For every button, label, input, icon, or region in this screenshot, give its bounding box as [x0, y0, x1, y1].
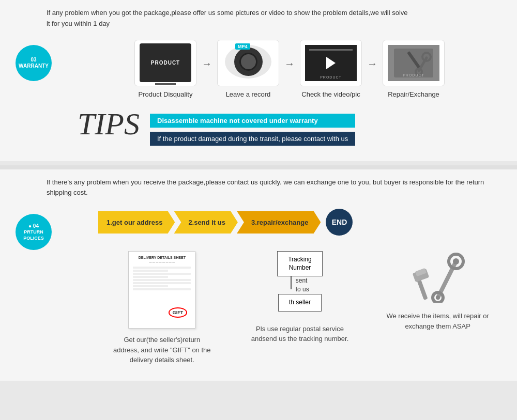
bottom-cards: DELIVERY DETAILS SHEET — — — — — — — — — [98, 251, 501, 365]
sheet-line-7 — [133, 285, 168, 287]
delivery-sheet-visual: DELIVERY DETAILS SHEET — — — — — — — — — [128, 251, 195, 329]
return-section: If there's any problem when you receive … — [0, 169, 517, 381]
flow-item-video: PRODUCT Check the video/pic — [300, 40, 362, 98]
tips-title: TIPS — [78, 108, 140, 139]
sheet-line-5 — [133, 279, 191, 281]
warranty-content: 03 WARRANTY PRODUCT Product Disquality → — [16, 40, 501, 146]
delivery-sheet: DELIVERY DETAILS SHEET — — — — — — — — — [128, 251, 195, 329]
tips-section: TIPS Disassemble machine not covered und… — [78, 108, 501, 146]
video-icon-box: PRODUCT — [300, 40, 362, 86]
sheet-line-3 — [133, 273, 191, 275]
play-button-icon — [326, 57, 336, 69]
tips-notes: Disassemble machine not covered under wa… — [150, 114, 355, 146]
return-content: ● 04 PRTURN POLICES 1.get our address 2.… — [16, 209, 501, 365]
card-delivery: DELIVERY DETAILS SHEET — — — — — — — — — [110, 251, 214, 365]
sheet-lines — [133, 267, 191, 290]
mp4-badge: MP4 — [235, 43, 250, 50]
card-tracking-text: Pls use regular postal service andsend u… — [248, 324, 352, 344]
video-label: PRODUCT — [320, 75, 342, 79]
warranty-badge: 03 WARRANTY — [16, 45, 52, 81]
step-2: 2.send it us — [174, 211, 238, 234]
sheet-subtitle: — — — — — — — — — [133, 261, 191, 264]
flow-item-product: PRODUCT Product Disquality — [134, 40, 196, 98]
step-1: 1.get our address — [98, 211, 175, 234]
wrench-tools-svg — [409, 251, 466, 303]
mp4-camera-icon: MP4 — [220, 42, 277, 84]
flow-label-repair: Repair/Exchange — [388, 90, 439, 98]
return-top-text: If there's any problem when you receive … — [47, 177, 501, 199]
repair-icon-box: PRODUCT — [383, 40, 445, 86]
tracking-number-box: Tracking Number — [277, 251, 323, 276]
step-3: 3.repair/exchange — [237, 211, 321, 234]
sheet-line-1 — [133, 267, 191, 269]
flow-label-mp4: Leave a record — [226, 90, 271, 98]
sheet-line-8 — [133, 288, 191, 290]
step-end: END — [326, 209, 353, 236]
camera-lens-inner — [239, 53, 257, 71]
video-player-icon: PRODUCT — [305, 45, 357, 81]
flow-item-mp4: MP4 Leave a record — [217, 40, 279, 98]
svg-point-11 — [453, 258, 459, 265]
camera-body — [225, 45, 271, 79]
sheet-line-6 — [133, 282, 191, 284]
svg-text:PRODUCT: PRODUCT — [403, 73, 424, 77]
tracking-diagram: Tracking Number sentto us th seller — [277, 251, 323, 311]
warranty-top-text: If any problem when you got the package,… — [47, 8, 501, 29]
tip-note-1: Disassemble machine not covered under wa… — [150, 114, 355, 128]
camera-lens — [234, 48, 263, 76]
repair-tools-icon: PRODUCT — [388, 45, 439, 81]
gift-badge: GIFT — [169, 307, 188, 318]
mp4-icon-box: MP4 — [217, 40, 279, 86]
step-flow: 1.get our address 2.send it us 3.repair/… — [98, 209, 501, 236]
sheet-line-4 — [133, 276, 168, 278]
sheet-title: DELIVERY DETAILS SHEET — [133, 256, 191, 259]
product-disquality-icon: PRODUCT — [140, 43, 191, 82]
arrow-1: → — [202, 58, 212, 70]
flow-item-repair: PRODUCT Repair/Exchange — [383, 40, 445, 98]
main-container: If any problem when you got the package,… — [0, 0, 517, 381]
tools-svg: PRODUCT — [393, 48, 434, 79]
return-badge: ● 04 PRTURN POLICES — [16, 214, 52, 250]
card-delivery-text: Get our(the seller's)return address, and… — [110, 335, 214, 365]
flow-label-product: Product Disquality — [139, 90, 193, 98]
card-tracking: Tracking Number sentto us th seller Pls … — [248, 251, 352, 344]
track-line-1 — [291, 276, 292, 289]
arrow-3: → — [367, 58, 377, 70]
track-sent-text: sentto us — [296, 276, 309, 294]
warranty-section: If any problem when you got the package,… — [0, 0, 517, 161]
warranty-flow: PRODUCT Product Disquality → MP4 — [78, 40, 501, 98]
section-divider — [0, 165, 517, 169]
sheet-line-2 — [133, 270, 168, 272]
flow-label-video: Check the video/pic — [301, 90, 360, 98]
tip-note-2: If the product damaged during the transi… — [150, 132, 355, 146]
seller-box: th seller — [278, 294, 322, 312]
product-icon-box: PRODUCT — [134, 40, 196, 86]
repair-visual — [409, 251, 466, 305]
card-repair: We receive the items, will repair or exc… — [386, 251, 490, 331]
arrow-2: → — [284, 58, 295, 70]
card-repair-text: We receive the items, will repair or exc… — [386, 311, 490, 331]
svg-point-13 — [436, 295, 440, 300]
